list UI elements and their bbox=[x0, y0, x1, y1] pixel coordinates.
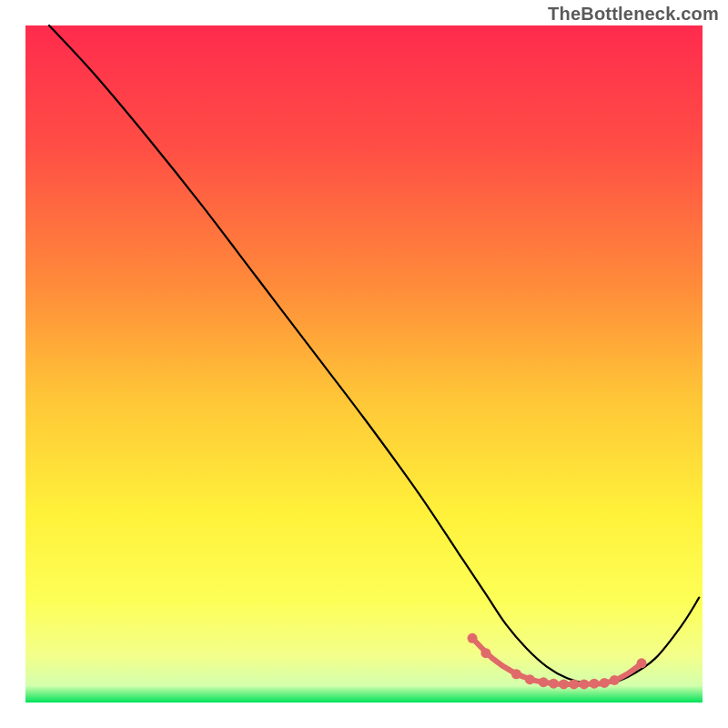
bottom-dot bbox=[600, 678, 610, 688]
bottom-dot bbox=[637, 658, 647, 668]
bottom-dot bbox=[539, 677, 549, 687]
bottom-dot bbox=[589, 679, 599, 689]
bottom-dot bbox=[511, 669, 521, 679]
bottom-dot bbox=[480, 648, 490, 658]
bottom-dot bbox=[549, 679, 559, 689]
bottom-dot bbox=[559, 679, 569, 689]
bottom-dot bbox=[579, 679, 589, 689]
bottom-dot bbox=[525, 674, 535, 684]
bottleneck-chart bbox=[0, 0, 728, 728]
bottom-dot bbox=[468, 633, 478, 643]
chart-stage: TheBottleneck.com bbox=[0, 0, 728, 728]
bottom-dot bbox=[569, 679, 579, 689]
bottom-dot bbox=[610, 675, 620, 685]
gradient-panel bbox=[25, 25, 703, 703]
